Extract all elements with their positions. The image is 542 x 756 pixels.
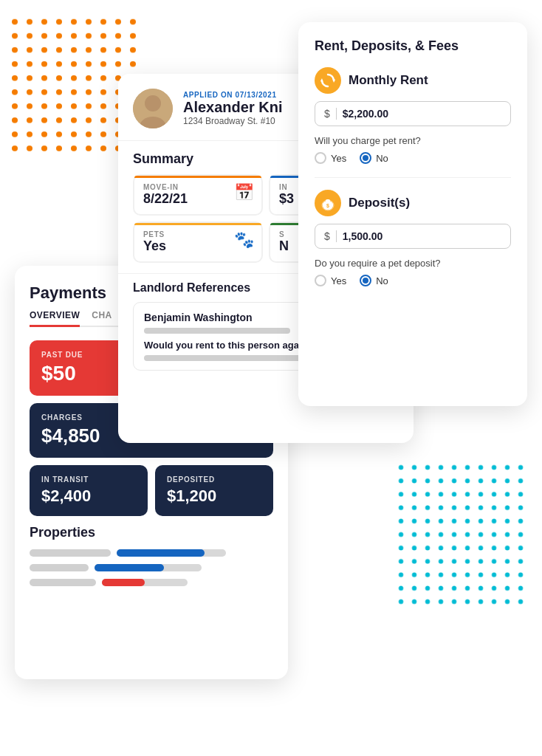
pet-deposit-no[interactable]: No xyxy=(360,275,388,286)
property-bar-fill-1 xyxy=(117,549,205,557)
sync-icon xyxy=(320,72,336,89)
rent-card: Rent, Deposits, & Fees Monthly Rent $ $2… xyxy=(298,22,527,406)
in-transit-value: $2,400 xyxy=(41,487,136,506)
monthly-rent-input[interactable]: $ $2,200.00 xyxy=(315,101,511,126)
dollar-sign-1: $ xyxy=(324,108,337,120)
property-bar-fill-2 xyxy=(95,564,164,571)
pet-deposit-no-radio[interactable] xyxy=(360,275,371,286)
monthly-rent-value: $2,200.00 xyxy=(343,108,388,120)
pet-rent-yes-label: Yes xyxy=(331,153,346,164)
pet-deposit-yes-radio[interactable] xyxy=(315,275,326,286)
pet-deposit-yes[interactable]: Yes xyxy=(315,275,346,286)
pet-deposit-yes-label: Yes xyxy=(331,275,346,286)
avatar xyxy=(133,89,173,128)
stat-in-transit: IN TRANSIT $2,400 xyxy=(30,465,148,516)
deposit-input[interactable]: $ 1,500.00 xyxy=(315,224,511,249)
pets-icon: 🐾 xyxy=(234,230,254,250)
property-row-2 xyxy=(30,564,273,571)
dollar-sign-2: $ xyxy=(324,230,337,242)
properties-section: Properties xyxy=(30,525,273,586)
pet-rent-no-label: No xyxy=(376,153,388,164)
pet-deposit-no-label: No xyxy=(376,275,388,286)
property-row-3 xyxy=(30,579,273,586)
pet-rent-yes[interactable]: Yes xyxy=(315,152,346,164)
pet-rent-question: Will you charge pet rent? xyxy=(315,135,511,146)
property-bar-bg-2 xyxy=(95,564,202,571)
bar-yellow xyxy=(134,223,261,225)
deposit-row: $ Deposit(s) xyxy=(315,190,511,216)
tab-cha[interactable]: CHA xyxy=(92,310,112,326)
deposit-icon: $ xyxy=(315,190,341,216)
property-bar-label-1 xyxy=(30,549,111,557)
property-bar-label-3 xyxy=(30,579,96,586)
pet-rent-yes-radio[interactable] xyxy=(315,152,326,164)
bar-orange xyxy=(134,176,261,178)
landlord-gray-bar xyxy=(144,328,290,334)
bag-icon: $ xyxy=(320,195,336,211)
svg-rect-7 xyxy=(326,199,330,202)
deposited-value: $1,200 xyxy=(167,487,261,506)
property-bars xyxy=(30,549,273,586)
pet-deposit-radio-group: Yes No xyxy=(315,275,511,286)
deposited-label: DEPOSITED xyxy=(167,475,261,484)
property-bar-bg-3 xyxy=(102,579,188,586)
pet-rent-no-radio[interactable] xyxy=(360,152,371,164)
property-bar-fill-3 xyxy=(102,579,145,586)
movein-icon: 📅 xyxy=(234,183,254,202)
rent-card-title: Rent, Deposits, & Fees xyxy=(315,38,511,54)
tab-overview[interactable]: OVERVIEW xyxy=(30,310,80,327)
pet-rent-radio-group: Yes No xyxy=(315,152,511,164)
property-bar-bg-1 xyxy=(117,549,226,557)
properties-title: Properties xyxy=(30,525,273,540)
pet-rent-no[interactable]: No xyxy=(360,152,388,164)
svg-point-1 xyxy=(145,95,161,111)
pet-deposit-question: Do you require a pet deposit? xyxy=(315,258,511,269)
property-row-1 xyxy=(30,549,273,557)
monthly-rent-row: Monthly Rent xyxy=(315,67,511,94)
summary-box-pets: PETS Yes 🐾 xyxy=(133,221,263,263)
in-transit-label: IN TRANSIT xyxy=(41,475,136,484)
svg-text:$: $ xyxy=(326,203,329,209)
cyan-dots-decoration xyxy=(394,461,527,608)
stat-deposited: DEPOSITED $1,200 xyxy=(155,465,273,516)
avatar-svg xyxy=(133,89,173,128)
divider-1 xyxy=(315,177,511,178)
property-bar-label-2 xyxy=(30,564,89,571)
summary-box-movein: MOVE-IN 8/22/21 📅 xyxy=(133,174,263,216)
deposit-value: 1,500.00 xyxy=(343,230,383,242)
monthly-rent-label: Monthly Rent xyxy=(349,73,428,88)
monthly-rent-icon xyxy=(315,67,341,94)
deposit-label: Deposit(s) xyxy=(349,196,410,210)
